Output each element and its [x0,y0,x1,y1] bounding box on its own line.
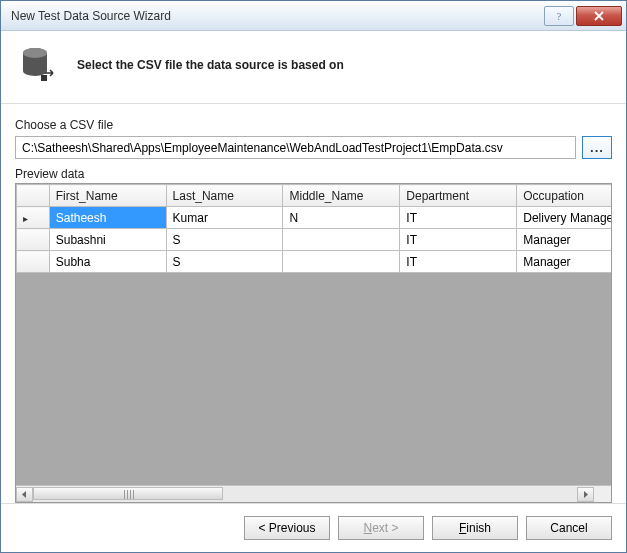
row-indicator[interactable] [17,207,50,229]
cell[interactable]: IT [400,207,517,229]
cell[interactable]: Delivery Manager [517,207,611,229]
choose-file-label: Choose a CSV file [15,118,612,132]
file-path-row: ... [15,136,612,159]
titlebar: New Test Data Source Wizard ? [1,1,626,31]
next-button-label: Next > [363,521,398,535]
previous-button[interactable]: < Previous [244,516,330,540]
cell[interactable] [283,229,400,251]
window-controls: ? [544,6,622,26]
wizard-window: New Test Data Source Wizard ? Select the… [0,0,627,553]
cell[interactable]: Subashni [49,229,166,251]
close-button[interactable] [576,6,622,26]
cell[interactable]: S [166,251,283,273]
chevron-left-icon [21,491,28,498]
scroll-grip-icon [124,490,134,499]
scroll-left-button[interactable] [16,487,33,502]
svg-point-2 [23,48,47,58]
wizard-footer: < Previous Next > Finish Cancel [1,503,626,552]
col-header-last-name[interactable]: Last_Name [166,185,283,207]
cell[interactable]: Satheesh [49,207,166,229]
scroll-track[interactable] [33,487,577,502]
previous-button-label: < Previous [258,521,315,535]
col-header-occupation[interactable]: Occupation [517,185,611,207]
cell[interactable]: Kumar [166,207,283,229]
cancel-button-label: Cancel [550,521,587,535]
preview-grid: First_Name Last_Name Middle_Name Departm… [15,183,612,503]
cancel-button[interactable]: Cancel [526,516,612,540]
help-icon: ? [553,10,565,22]
grid-viewport[interactable]: First_Name Last_Name Middle_Name Departm… [16,184,611,485]
cell[interactable]: S [166,229,283,251]
col-header-first-name[interactable]: First_Name [49,185,166,207]
cell[interactable] [283,251,400,273]
preview-table: First_Name Last_Name Middle_Name Departm… [16,184,611,273]
help-button[interactable]: ? [544,6,574,26]
svg-text:?: ? [557,11,562,22]
col-header-middle-name[interactable]: Middle_Name [283,185,400,207]
wizard-header-text: Select the CSV file the data source is b… [77,58,344,72]
cell[interactable]: IT [400,229,517,251]
finish-button-label: Finish [459,521,491,535]
next-button: Next > [338,516,424,540]
row-indicator[interactable] [17,251,50,273]
cell[interactable]: Manager [517,229,611,251]
wizard-body: Choose a CSV file ... Preview data First… [1,104,626,503]
table-row[interactable]: Subha S IT Manager Female [17,251,612,273]
cell[interactable]: Manager [517,251,611,273]
cell[interactable]: IT [400,251,517,273]
cell[interactable]: Subha [49,251,166,273]
close-icon [593,10,605,22]
row-header-corner[interactable] [17,185,50,207]
col-header-department[interactable]: Department [400,185,517,207]
window-title: New Test Data Source Wizard [11,9,544,23]
scroll-thumb[interactable] [33,487,223,500]
browse-button[interactable]: ... [582,136,612,159]
cell[interactable]: N [283,207,400,229]
database-icon [19,45,59,85]
svg-rect-3 [41,75,47,81]
chevron-right-icon [582,491,589,498]
scroll-right-button[interactable] [577,487,594,502]
row-indicator[interactable] [17,229,50,251]
preview-label: Preview data [15,167,612,181]
table-row[interactable]: Subashni S IT Manager Female [17,229,612,251]
table-row[interactable]: Satheesh Kumar N IT Delivery Manager Mal… [17,207,612,229]
csv-path-input[interactable] [15,136,576,159]
finish-button[interactable]: Finish [432,516,518,540]
horizontal-scrollbar[interactable] [16,485,611,502]
wizard-header: Select the CSV file the data source is b… [1,31,626,104]
ellipsis-icon: ... [590,140,604,155]
